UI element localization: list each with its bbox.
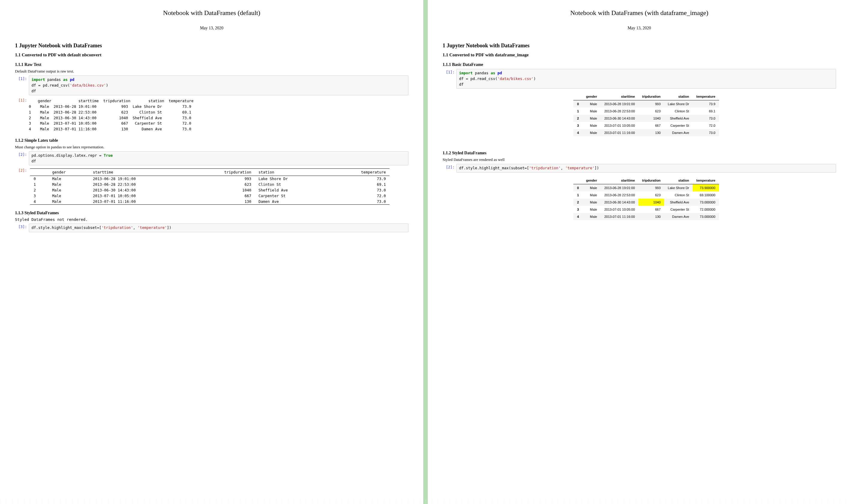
in-prompt: [1]: [442, 69, 456, 74]
in-prompt: [1]: [15, 75, 29, 81]
out-prompt: [1]: [15, 97, 29, 103]
subsubsection-heading: 1.1.3 Styled DataFrames [15, 211, 409, 215]
input-cell: [2]: pd.options.display.latex.repr = Tru… [15, 151, 409, 166]
doc-title-right: Notebook with DataFrames (with dataframe… [437, 9, 842, 17]
latex-table-output: genderstarttimetripdurationstationtemper… [29, 167, 409, 206]
output-cell: [1]: gender starttime tripduration stati… [15, 97, 409, 133]
in-prompt: [2]: [442, 164, 456, 169]
doc-title-left: Notebook with DataFrames (default) [9, 9, 414, 17]
dataframe-output: genderstarttimetripdurationstationtemper… [456, 90, 836, 139]
section-heading: 1 Jupyter Notebook with DataFrames [442, 42, 836, 49]
doc-date-left: May 13, 2020 [9, 26, 414, 31]
subsubsection-heading: 1.1.2 Styled DataFrames [442, 151, 836, 156]
output-cell: genderstarttimetripdurationstationtemper… [442, 174, 836, 223]
right-document: Notebook with DataFrames (with dataframe… [428, 0, 851, 504]
out-prompt: [2]: [15, 167, 29, 173]
subsubsection-heading: 1.1.1 Raw Text [15, 62, 409, 67]
styled-dataframe-output: genderstarttimetripdurationstationtemper… [456, 174, 836, 223]
out-prompt-empty [442, 174, 456, 176]
body-text: Default DataFrame output is raw text. [15, 69, 409, 74]
code-block: pd.options.display.latex.repr = True df [29, 151, 409, 166]
out-prompt-empty [442, 90, 456, 92]
body-text: Must change option in pandas to see late… [15, 145, 409, 149]
comparison-container: Notebook with DataFrames (default) May 1… [0, 0, 851, 504]
code-block: import pandas as pd df = pd.read_csv('da… [456, 69, 836, 89]
subsection-heading: 1.1 Converted to PDF with default nbconv… [15, 52, 409, 57]
output-cell: [2]: genderstarttimetripdurationstationt… [15, 167, 409, 206]
subsubsection-heading: 1.1.2 Simple Latex table [15, 138, 409, 143]
left-document: Notebook with DataFrames (default) May 1… [0, 0, 423, 504]
section-heading: 1 Jupyter Notebook with DataFrames [15, 42, 409, 49]
input-cell: [1]: import pandas as pd df = pd.read_cs… [15, 75, 409, 95]
code-block: df.style.highlight_max(subset=['tripdura… [456, 164, 836, 173]
input-cell: [3]: df.style.highlight_max(subset=['tri… [15, 223, 409, 232]
code-block: import pandas as pd df = pd.read_csv('da… [29, 75, 409, 95]
subsection-heading: 1.1 Converted to PDF with dataframe_imag… [442, 52, 836, 57]
output-cell: genderstarttimetripdurationstationtemper… [442, 90, 836, 139]
raw-text-output: gender starttime tripduration station te… [29, 97, 409, 133]
in-prompt: [3]: [15, 223, 29, 229]
code-block: df.style.highlight_max(subset=['tripdura… [29, 223, 409, 232]
body-text: Styled DataFrames not rendered. [15, 217, 409, 222]
doc-date-right: May 13, 2020 [437, 26, 842, 31]
input-cell: [1]: import pandas as pd df = pd.read_cs… [442, 69, 836, 89]
in-prompt: [2]: [15, 151, 29, 157]
body-text: Styled DataFrames are rendered as well [442, 157, 836, 162]
input-cell: [2]: df.style.highlight_max(subset=['tri… [442, 164, 836, 173]
split-divider[interactable] [423, 0, 428, 504]
subsubsection-heading: 1.1.1 Basic DataFrame [442, 62, 836, 67]
